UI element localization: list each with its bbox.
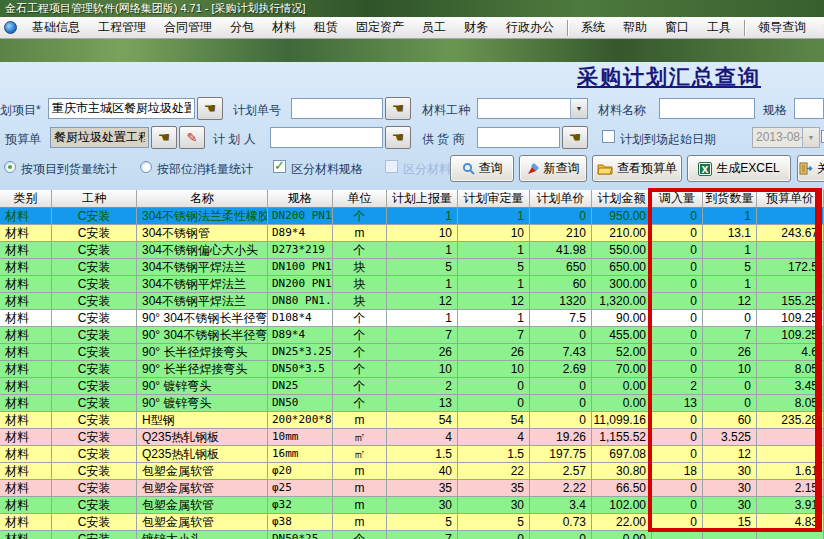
by-project-radio[interactable]: [4, 161, 16, 173]
table-cell: 30: [703, 480, 757, 497]
table-cell: 材料: [0, 378, 52, 395]
column-header[interactable]: 到货数量: [703, 190, 757, 208]
arrival-date-checkbox[interactable]: [602, 130, 615, 143]
spec-input[interactable]: [794, 98, 824, 119]
column-header[interactable]: 预算单价: [757, 190, 824, 208]
table-cell: 304不锈钢偏心大小头: [137, 242, 268, 259]
table-row[interactable]: 材料C安装304不锈钢平焊法兰DN200 PN1.0块1160300.0001: [0, 276, 824, 293]
table-cell: 0: [530, 327, 592, 344]
chevron-down-icon[interactable]: ▼: [570, 99, 587, 118]
table-row[interactable]: 材料C安装304不锈钢偏心大小头D273*219个1141.98550.0001: [0, 242, 824, 259]
table-row[interactable]: 材料C安装304不锈钢平焊法兰DN80 PN1.0块121213201,320.…: [0, 293, 824, 310]
table-row[interactable]: 材料C安装90° 304不锈钢长半径弯D108*4个117.590.000010…: [0, 310, 824, 327]
new-query-button[interactable]: 新查询: [519, 155, 587, 182]
plan-no-input[interactable]: [291, 98, 383, 119]
close-button[interactable]: 关: [797, 155, 824, 182]
material-name-input[interactable]: [659, 98, 755, 119]
menu-item-12[interactable]: 帮助: [614, 17, 656, 38]
budget-edit-button[interactable]: ✎: [179, 126, 205, 149]
menu-item-11[interactable]: 系统: [572, 17, 614, 38]
table-row[interactable]: 材料C安装90° 长半径焊接弯头DN50*3.5个10102.6970.0001…: [0, 361, 824, 378]
menu-item-16[interactable]: 领导查询: [749, 17, 815, 38]
table-cell: 0: [458, 395, 530, 412]
table-cell: 1: [458, 208, 530, 225]
planner-input[interactable]: [270, 127, 383, 148]
table-cell: 材料: [0, 395, 52, 412]
table-row[interactable]: 材料C安装包塑金属软管φ38m550.7322.000154.83: [0, 514, 824, 531]
table-cell: 26: [703, 344, 757, 361]
column-header[interactable]: 名称: [137, 190, 268, 208]
material-trade-select[interactable]: ▼: [477, 98, 588, 119]
budget-picker-button[interactable]: ☚: [151, 126, 177, 149]
menu-item-8[interactable]: 财务: [455, 17, 497, 38]
table-cell: C安装: [52, 344, 137, 361]
menu-item-2[interactable]: 合同管理: [155, 17, 221, 38]
table-row[interactable]: 材料C安装Q235热轧钢板16mm㎡1.51.5197.75697.08012: [0, 446, 824, 463]
menu-item-7[interactable]: 员工: [413, 17, 455, 38]
table-cell: φ20: [268, 463, 333, 480]
table-cell: 0: [703, 395, 757, 412]
table-cell: 2.15: [757, 480, 824, 497]
table-row[interactable]: 材料C安装包塑金属软管φ32m30303.4102.000303.91: [0, 497, 824, 514]
menu-item-4[interactable]: 材料: [263, 17, 305, 38]
budget-input[interactable]: [50, 127, 149, 148]
menu-item-13[interactable]: 窗口: [656, 17, 698, 38]
table-row[interactable]: 材料C安装304不锈钢平焊法兰DN100 PN1.0块55650650.0005…: [0, 259, 824, 276]
table-row[interactable]: 材料C安装90° 镀锌弯头DN50个13000.001308.05: [0, 395, 824, 412]
column-header[interactable]: 计划审定量: [458, 190, 530, 208]
view-budget-button[interactable]: 查看预算单: [592, 155, 682, 182]
menu-item-17[interactable]: 快捷单据: [815, 17, 824, 38]
menu-item-6[interactable]: 固定资产: [347, 17, 413, 38]
table-row[interactable]: 材料C安装包塑金属软管φ25m35352.2266.500302.15: [0, 480, 824, 497]
table-cell: DN25*3.25: [268, 344, 333, 361]
column-header[interactable]: 计划金额: [592, 190, 652, 208]
column-header[interactable]: 调入量: [652, 190, 703, 208]
by-part-radio[interactable]: [140, 161, 152, 173]
column-header[interactable]: 计划上报量: [387, 190, 458, 208]
table-cell: 4: [387, 429, 458, 446]
menu-item-3[interactable]: 分包: [221, 17, 263, 38]
table-row[interactable]: 材料C安装90° 镀锌弯头DN25个2000.00203.45: [0, 378, 824, 395]
table-cell: 10: [387, 225, 458, 242]
menu-item-5[interactable]: 租赁: [305, 17, 347, 38]
menu-item-9[interactable]: 行政办公: [497, 17, 563, 38]
table-row[interactable]: 材料C安装镀锌大小头DN50*25个7000.00: [0, 531, 824, 539]
column-header[interactable]: 单位: [333, 190, 387, 208]
arrival-date-select[interactable]: 2013-08-10 ▼: [752, 127, 820, 148]
query-button[interactable]: 查询: [450, 155, 514, 182]
table-cell: 3.45: [757, 378, 824, 395]
distinguish-spec-checkbox[interactable]: [273, 160, 286, 173]
distinguish-brand-checkbox[interactable]: [385, 160, 398, 173]
table-cell: 2.69: [530, 361, 592, 378]
export-excel-button[interactable]: X 生成EXCEL: [687, 155, 791, 182]
column-header[interactable]: 计划单价: [530, 190, 592, 208]
table-cell: 26: [387, 344, 458, 361]
menu-separator: [744, 20, 745, 36]
table-cell: 包塑金属软管: [137, 480, 268, 497]
table-cell: 300.00: [592, 276, 652, 293]
column-header[interactable]: 工种: [52, 190, 137, 208]
table-row[interactable]: 材料C安装H型钢200*200*8*m5454011,099.16060235.…: [0, 412, 824, 429]
supplier-input[interactable]: [477, 127, 560, 148]
table-row[interactable]: 材料C安装304不锈钢法兰柔性橡胶DN200 PN1.0个110950.0001: [0, 208, 824, 225]
column-header[interactable]: 规格: [268, 190, 333, 208]
menu-item-0[interactable]: 基础信息: [23, 17, 89, 38]
menu-item-1[interactable]: 工程管理: [89, 17, 155, 38]
table-cell: D89*4: [268, 327, 333, 344]
table-cell: 30: [458, 497, 530, 514]
table-cell: 90° 304不锈钢长半径弯: [137, 310, 268, 327]
table-row[interactable]: 材料C安装304不锈钢管D89*4m1010210210.00013.1243.…: [0, 225, 824, 242]
project-picker-button[interactable]: ☚: [197, 97, 223, 120]
table-row[interactable]: 材料C安装90° 304不锈钢长半径弯D89*4个770455.0007109.…: [0, 327, 824, 344]
plan-no-picker-button[interactable]: ☚: [385, 97, 411, 120]
column-header[interactable]: 类别: [0, 190, 52, 208]
table-row[interactable]: 材料C安装包塑金属软管φ20m40222.5730.8018301.61: [0, 463, 824, 480]
project-input[interactable]: [48, 98, 195, 119]
table-cell: 0: [652, 429, 703, 446]
supplier-picker-button[interactable]: ☚: [562, 126, 588, 149]
table-row[interactable]: 材料C安装Q235热轧钢板10mm㎡4419.261,155.5203.525: [0, 429, 824, 446]
planner-picker-button[interactable]: ☚: [385, 126, 411, 149]
menu-item-14[interactable]: 工具: [698, 17, 740, 38]
app-icon[interactable]: [4, 21, 17, 34]
table-row[interactable]: 材料C安装90° 长半径焊接弯头DN25*3.25个26267.4352.000…: [0, 344, 824, 361]
